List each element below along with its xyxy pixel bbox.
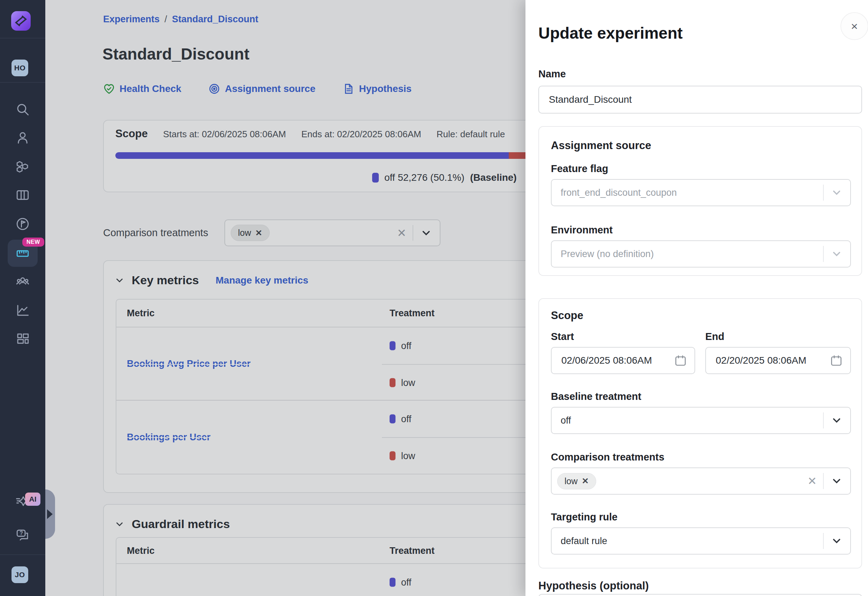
sidebar-item-dashboards[interactable] — [0, 330, 45, 348]
project-switcher[interactable]: HO — [12, 60, 28, 76]
hexagons-icon — [15, 159, 30, 174]
targeting-rule-select[interactable]: default rule — [551, 527, 851, 555]
sidebar-item-metrics[interactable] — [0, 301, 45, 319]
grid-icon — [15, 332, 30, 346]
environment-select[interactable]: Preview (no definition) — [551, 240, 851, 267]
chip-label: low — [564, 476, 578, 486]
app-root: HO NEW AI — [0, 0, 868, 596]
sidebar-divider — [0, 38, 45, 38]
clear-icon[interactable]: ✕ — [807, 474, 817, 488]
calendar-icon[interactable] — [674, 354, 687, 367]
assignment-source-card: Assignment source Feature flag front_end… — [538, 126, 862, 276]
start-date-value: 02/06/2025 08:06AM — [561, 355, 652, 366]
sidebar-item-segments[interactable] — [0, 158, 45, 176]
line-chart-icon — [15, 303, 30, 318]
sidebar-item-help[interactable]: ? — [0, 526, 45, 544]
select-divider — [823, 412, 824, 428]
targeting-rule-value: default rule — [561, 536, 607, 547]
hypothesis-optional-label: Hypothesis (optional) — [538, 580, 649, 592]
flag-circle-icon — [15, 217, 30, 231]
comparison-treatments-select[interactable]: low ✕ ✕ — [551, 468, 851, 495]
chevron-right-icon — [47, 509, 53, 519]
new-badge: NEW — [22, 238, 44, 246]
sidebar-item-audiences[interactable] — [0, 273, 45, 291]
sidebar-item-search[interactable] — [0, 100, 45, 118]
help-chat-icon: ? — [15, 528, 30, 542]
end-date-value: 02/20/2025 08:06AM — [716, 355, 806, 366]
app-logo[interactable] — [11, 11, 31, 31]
start-date-input[interactable]: 02/06/2025 08:06AM — [551, 347, 695, 374]
columns-icon — [15, 188, 30, 202]
environment-label: Environment — [551, 224, 613, 236]
treatment-chip-low[interactable]: low ✕ — [557, 473, 596, 490]
panel-title: Update experiment — [538, 24, 683, 43]
logo-icon — [14, 14, 28, 28]
sidebar-expand-handle[interactable] — [45, 490, 55, 539]
feature-flag-label: Feature flag — [551, 163, 608, 174]
feature-flag-value: front_end_discount_coupon — [561, 187, 677, 198]
baseline-treatment-label: Baseline treatment — [551, 391, 642, 402]
chevron-down-icon[interactable] — [831, 415, 843, 426]
user-icon — [15, 130, 30, 145]
end-date-input[interactable]: 02/20/2025 08:06AM — [705, 347, 851, 374]
chevron-down-icon[interactable] — [831, 187, 843, 199]
feature-flag-select[interactable]: front_end_discount_coupon — [551, 179, 851, 206]
calendar-icon[interactable] — [830, 354, 843, 367]
chevron-down-icon[interactable] — [831, 248, 843, 260]
name-value: Standard_Discount — [549, 94, 632, 105]
sidebar-divider — [0, 82, 45, 83]
name-label: Name — [538, 68, 566, 80]
sidebar: HO NEW AI — [0, 0, 45, 596]
people-icon — [15, 275, 30, 289]
comparison-treatments-label: Comparison treatments — [551, 451, 664, 463]
scope-title: Scope — [551, 309, 583, 322]
start-label: Start — [551, 331, 574, 342]
select-divider — [823, 184, 824, 201]
user-avatar[interactable]: JO — [12, 566, 28, 583]
baseline-treatment-value: off — [561, 415, 571, 426]
search-icon — [15, 102, 30, 117]
name-input[interactable]: Standard_Discount — [538, 86, 862, 114]
assignment-source-title: Assignment source — [551, 139, 651, 152]
targeting-rule-label: Targeting rule — [551, 511, 617, 523]
ruler-icon — [15, 246, 30, 261]
sidebar-item-columns[interactable] — [0, 186, 45, 204]
hypothesis-textarea[interactable] — [538, 594, 862, 596]
end-label: End — [705, 331, 725, 342]
baseline-treatment-select[interactable]: off — [551, 407, 851, 434]
select-divider — [823, 473, 824, 489]
scope-card: Scope Start End 02/06/2025 08:06AM 02/20… — [538, 298, 862, 568]
sidebar-divider — [0, 555, 45, 555]
chevron-down-icon[interactable] — [831, 535, 843, 547]
sidebar-item-flags[interactable] — [0, 215, 45, 233]
ai-badge: AI — [25, 493, 40, 506]
svg-text:?: ? — [19, 530, 23, 536]
chevron-down-icon[interactable] — [831, 475, 843, 487]
sidebar-item-users[interactable] — [0, 128, 45, 147]
chip-remove-icon[interactable]: ✕ — [582, 476, 589, 486]
select-divider — [823, 533, 824, 549]
select-divider — [823, 246, 824, 262]
close-button[interactable]: × — [840, 12, 868, 40]
update-experiment-panel: × Update experiment Name Standard_Discou… — [526, 0, 868, 596]
environment-value: Preview (no definition) — [561, 249, 654, 260]
